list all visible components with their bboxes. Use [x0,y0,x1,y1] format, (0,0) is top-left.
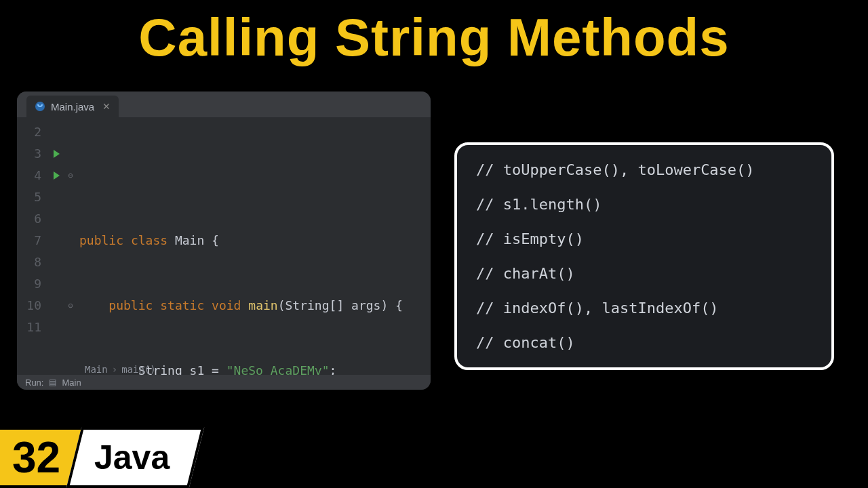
run-toolbar: Run: ▤ Main [17,375,431,390]
lesson-badge: 32 Java [0,427,197,488]
list-item: // indexOf(), lastIndexOf() [476,300,812,317]
run-config[interactable]: Main [62,378,81,388]
page-title: Calling String Methods [0,7,868,68]
fold-icon[interactable]: ⊖ [64,295,77,317]
line-number-gutter: 2 3 4 5 6 7 8 9 10 11 [17,121,48,390]
list-item: // s1.length() [476,196,812,213]
methods-card: // toUpperCase(), toLowerCase() // s1.le… [454,142,834,370]
run-gutter [48,121,64,390]
run-icon[interactable] [54,150,60,158]
fold-gutter: ⊖ ⊖ [64,121,77,390]
config-icon[interactable]: ▤ [49,378,56,387]
breadcrumb[interactable]: Main›main() [85,364,156,375]
close-icon[interactable]: ✕ [102,101,111,112]
list-item: // concat() [476,334,812,351]
tab-bar: Main.java ✕ [17,92,431,117]
file-tab[interactable]: Main.java ✕ [26,96,119,117]
list-item: // isEmpty() [476,230,812,247]
ide-panel: Main.java ✕ 2 3 4 5 6 7 8 9 10 11 ⊖ ⊖ [17,92,431,390]
editor[interactable]: 2 3 4 5 6 7 8 9 10 11 ⊖ ⊖ public class M… [17,117,431,390]
list-item: // charAt() [476,265,812,282]
code-area[interactable]: public class Main { public static void m… [77,121,431,390]
fold-icon[interactable]: ⊖ [64,165,77,186]
list-item: // toUpperCase(), toLowerCase() [476,161,812,178]
run-icon[interactable] [54,171,60,180]
java-file-icon [35,101,45,112]
run-label: Run: [25,378,43,388]
tab-label: Main.java [51,101,94,113]
language-badge: Java [66,427,205,488]
